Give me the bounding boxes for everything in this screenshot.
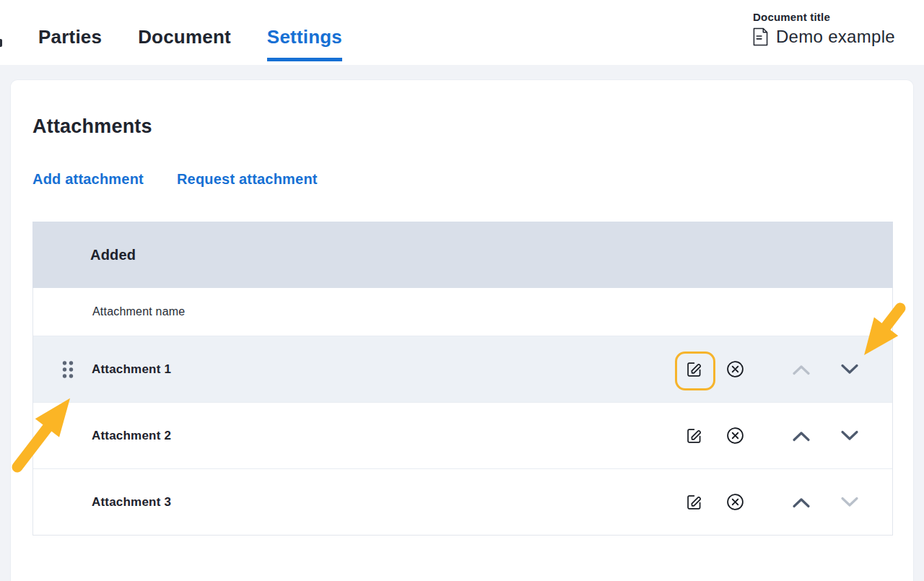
move-up-button[interactable] [792,427,811,445]
attachments-table: Added Attachment name Attachment 1 [32,222,893,536]
move-up-button[interactable] [792,360,811,379]
chevron-down-icon [840,497,859,508]
clipped-edge-glyph [0,39,2,47]
edit-attachment-button[interactable] [684,360,703,379]
move-down-button[interactable] [840,360,859,379]
document-title-value: Demo example [776,27,895,47]
attachments-table-body: Attachment name Attachment 1 [32,288,893,536]
move-down-button[interactable] [840,427,859,445]
edit-attachment-button[interactable] [684,427,703,445]
edit-icon [685,427,702,445]
attachment-row-3: Attachment 3 [33,468,892,535]
remove-icon [726,493,744,511]
chevron-up-icon [792,497,811,508]
document-title-label: Document title [753,11,895,23]
chevron-down-icon [840,364,859,375]
attachment-actions: Add attachment Request attachment [32,171,892,188]
edit-attachment-button[interactable] [684,493,703,512]
remove-icon [726,360,744,378]
drag-handle[interactable] [61,359,75,380]
add-attachment-link[interactable]: Add attachment [32,171,144,188]
remove-attachment-button[interactable] [725,493,744,512]
table-group-header: Added [32,222,893,288]
drag-handle-icon [61,359,75,380]
attachment-name: Attachment 1 [92,362,171,377]
attachment-name: Attachment 2 [92,429,171,443]
attachment-name-column-header: Attachment name [33,288,892,336]
attachment-row-2: Attachment 2 [33,402,892,468]
chevron-up-icon [792,430,811,442]
tab-settings[interactable]: Settings [267,26,342,61]
top-header: Parties Document Settings Document title… [0,0,924,65]
attachment-row-1: Attachment 1 [33,336,892,402]
remove-attachment-button[interactable] [725,360,744,379]
remove-attachment-button[interactable] [725,427,744,445]
edit-icon [685,494,702,511]
chevron-up-icon [792,364,811,375]
move-down-button[interactable] [840,493,859,512]
chevron-down-icon [840,430,859,442]
document-title-block: Document title Demo example [753,11,895,47]
edit-icon [685,361,702,378]
attachment-name: Attachment 3 [92,495,171,510]
attachments-heading: Attachments [32,115,892,138]
tab-document[interactable]: Document [138,26,231,61]
main-tabs: Parties Document Settings [38,26,342,61]
move-up-button[interactable] [792,493,811,512]
tab-parties[interactable]: Parties [38,26,102,61]
remove-icon [726,427,744,445]
attachments-card: Attachments Add attachment Request attac… [10,79,914,581]
request-attachment-link[interactable]: Request attachment [177,171,318,188]
document-icon [753,27,768,46]
